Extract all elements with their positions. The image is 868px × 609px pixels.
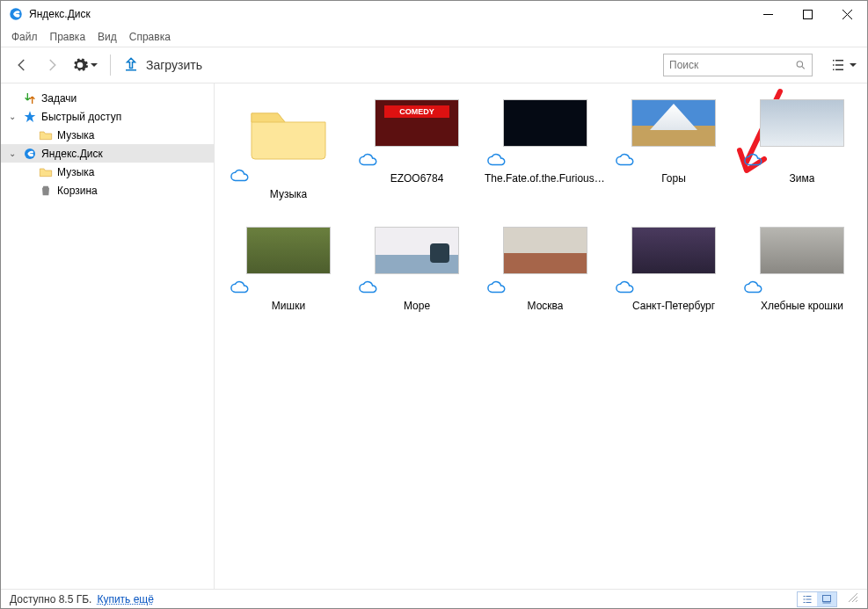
window-title: Яндекс.Диск [29,8,91,20]
toolbar: Загрузить [1,47,867,83]
view-icons-button[interactable] [817,592,836,606]
thumbnail [760,227,844,274]
thumbnail [503,227,587,274]
file-name: Санкт-Петербург [632,300,715,312]
view-mode-button[interactable] [830,57,857,73]
file-name: Море [404,300,430,312]
trash-icon [38,183,54,199]
chevron-down-icon [850,62,857,69]
cloud-icon [487,152,507,169]
cloud-icon [359,279,378,296]
settings-button[interactable] [71,56,98,74]
thumbnail [503,99,587,147]
menu-edit[interactable]: Правка [50,31,86,43]
sidebar-label-quick-access: Быстрый доступ [41,111,121,123]
thumbnail: COMEDY [375,99,459,147]
cloud-icon [230,279,250,296]
file-name: Зима [790,172,815,185]
sidebar-label-tasks: Задачи [41,92,77,105]
file-item[interactable]: Море [355,227,478,312]
caret-icon[interactable]: ⌄ [6,112,18,121]
list-icon [830,57,846,73]
sidebar-label-music-yd: Музыка [57,166,94,178]
file-name: Мишки [272,300,305,312]
cloud-icon [230,168,250,185]
file-item[interactable]: Зима [740,99,864,200]
folder-icon [246,99,331,163]
file-item[interactable]: Горы [612,99,735,200]
sidebar-item-tasks[interactable]: Задачи [1,89,214,107]
svg-rect-5 [823,602,831,603]
chevron-down-icon [91,62,98,69]
file-item[interactable]: Санкт-Петербург [612,227,735,312]
sidebar-item-music-yd[interactable]: Музыка [1,163,214,181]
view-list-button[interactable] [798,592,817,606]
star-icon [22,109,38,125]
sidebar: Задачи ⌄ Быстрый доступ Музыка ⌄ Яндекс.… [1,83,215,589]
file-name: Музыка [270,188,307,200]
search-input[interactable] [669,59,795,71]
status-bar: Доступно 8.5 ГБ. Купить ещё [1,589,867,608]
file-item[interactable]: Хлебные крошки [740,227,864,312]
file-item[interactable]: Москва [484,227,607,312]
app-icon [8,6,24,22]
yandex-disk-icon [22,146,38,162]
file-item[interactable]: Музыка [227,99,350,200]
svg-point-2 [797,62,802,67]
sidebar-item-yandex-disk[interactable]: ⌄ Яндекс.Диск [1,144,214,163]
file-item[interactable]: COMEDYEZOO6784 [355,99,478,200]
sidebar-item-trash[interactable]: Корзина [1,181,214,199]
menubar: Файл Правка Вид Справка [1,27,867,47]
maximize-button[interactable] [788,1,828,27]
toolbar-divider [110,54,111,76]
thumbnail [631,227,716,274]
sidebar-label-yandex-disk: Яндекс.Диск [41,148,103,160]
menu-help[interactable]: Справка [129,31,171,43]
upload-label: Загрузить [146,58,202,72]
file-name: The.Fate.of.the.Furious.2... [485,172,606,185]
sidebar-label-music-qa: Музыка [57,129,94,141]
cloud-icon [487,279,507,296]
file-item[interactable]: The.Fate.of.the.Furious.2... [484,99,607,200]
upload-icon [123,56,139,75]
sidebar-item-quick-access[interactable]: ⌄ Быстрый доступ [1,107,214,126]
status-available: Доступно 8.5 ГБ. [10,593,91,605]
minimize-button[interactable] [748,1,788,27]
cloud-icon [616,279,635,296]
folder-icon [38,164,54,180]
file-name: Горы [661,172,686,185]
menu-view[interactable]: Вид [98,31,117,43]
caret-icon[interactable]: ⌄ [6,149,18,158]
folder-icon [38,127,54,143]
file-name: EZOO6784 [390,172,444,185]
thumbnail [631,99,716,147]
resize-grip[interactable] [848,592,858,605]
svg-rect-4 [823,595,831,601]
file-name: Москва [528,300,564,312]
thumbnail [375,227,459,274]
cloud-icon [744,279,763,296]
titlebar: Яндекс.Диск [1,1,867,27]
menu-file[interactable]: Файл [11,31,38,43]
thumbnail [760,99,844,147]
search-box[interactable] [663,54,813,76]
svg-rect-1 [804,10,813,18]
close-button[interactable] [828,1,867,27]
forward-button[interactable] [41,54,62,76]
cloud-icon [616,152,635,169]
cloud-icon [359,152,378,169]
sidebar-label-trash: Корзина [57,185,98,197]
cloud-icon [744,152,763,169]
thumbnail [246,227,331,274]
file-name: Хлебные крошки [761,300,843,312]
tasks-icon [22,91,38,106]
sidebar-item-music-qa[interactable]: Музыка [1,126,214,144]
file-grid: МузыкаCOMEDYEZOO6784The.Fate.of.the.Furi… [215,83,867,589]
back-button[interactable] [11,54,33,76]
upload-button[interactable]: Загрузить [123,56,202,75]
buy-more-link[interactable]: Купить ещё [97,593,154,605]
search-icon [795,59,806,71]
file-item[interactable]: Мишки [227,227,350,312]
view-toggle [797,591,837,607]
